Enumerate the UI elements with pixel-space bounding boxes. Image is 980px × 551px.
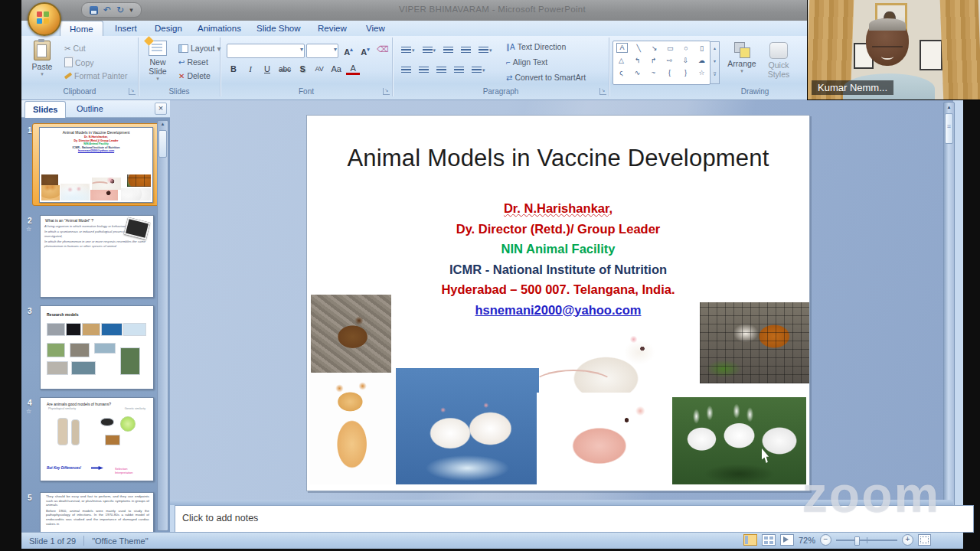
new-slide-dropdown-icon[interactable]: ▾: [142, 76, 174, 82]
clear-formatting-button[interactable]: ⌫: [375, 44, 390, 55]
reset-button[interactable]: ↩ Reset: [178, 57, 208, 67]
slide-4-thumbnail[interactable]: Are animals good models of humans? Physi…: [40, 397, 154, 481]
office-button[interactable]: [28, 2, 61, 36]
tab-view[interactable]: View: [357, 21, 394, 36]
gerbil-image[interactable]: [311, 295, 391, 376]
zoom-out-button[interactable]: −: [820, 534, 831, 546]
panel-tab-slides[interactable]: Slides: [24, 101, 66, 118]
slide-1-thumbnail[interactable]: Animal Models in Vaccine Development Dr.…: [39, 127, 153, 203]
tab-insert[interactable]: Insert: [106, 21, 146, 36]
shape-block-arrow-down-icon[interactable]: ⇩: [681, 55, 691, 66]
font-name-select[interactable]: [227, 44, 305, 58]
decrease-indent-button[interactable]: [441, 45, 456, 55]
shape-cloud-icon[interactable]: ☁: [697, 55, 707, 66]
scroll-thumb[interactable]: [945, 113, 953, 144]
notes-pane[interactable]: Click to add notes: [175, 505, 974, 533]
shape-left-brace-icon[interactable]: {: [665, 67, 675, 78]
line-spacing-button[interactable]: ▾: [476, 45, 495, 55]
paste-dropdown-icon[interactable]: ▾: [26, 71, 58, 77]
arrange-button[interactable]: Arrange ▾: [726, 42, 758, 74]
zoom-in-button[interactable]: +: [902, 534, 913, 546]
slide-canvas[interactable]: Animal Models in Vaccine Development Dr.…: [306, 115, 810, 491]
change-case-button[interactable]: Aa: [329, 64, 343, 75]
shape-oval-icon[interactable]: ○: [681, 43, 691, 54]
shape-wave-icon[interactable]: ~: [648, 67, 658, 78]
slide-2-thumbnail[interactable]: What is an "Animal Model" ? A living org…: [40, 215, 154, 298]
shape-scribble-icon[interactable]: ς: [616, 67, 626, 78]
tab-design[interactable]: Design: [145, 21, 191, 36]
shapes-gallery[interactable]: A ╲ ↘ ▭ ○ ▯ △ ↰ ↱ ⇨ ⇩ ☁ ς ∿: [612, 41, 710, 85]
save-icon[interactable]: [90, 6, 98, 15]
grow-font-button[interactable]: A: [341, 44, 355, 55]
slide-title[interactable]: Animal Models in Vaccine Development: [322, 145, 794, 172]
zoom-slider[interactable]: [836, 535, 897, 545]
shape-textbox-icon[interactable]: A: [616, 43, 628, 53]
slide-5-thumbnail[interactable]: They should be easy and fast to perform,…: [40, 492, 154, 533]
cut-button[interactable]: ✂ Cut: [64, 44, 86, 53]
hamster-image[interactable]: [309, 373, 398, 484]
guinea-pig-image[interactable]: [700, 302, 809, 383]
copy-button[interactable]: Copy: [64, 57, 94, 67]
tab-animations[interactable]: Animations: [188, 21, 250, 36]
shape-line-icon[interactable]: ╲: [634, 43, 644, 54]
zoom-level[interactable]: 72%: [799, 536, 815, 545]
text-shadow-button[interactable]: S: [296, 64, 309, 75]
shape-curve-icon[interactable]: ∿: [632, 67, 642, 78]
slide-1-thumbnail-selected[interactable]: Animal Models in Vaccine Development Dr.…: [32, 123, 160, 206]
shape-right-brace-icon[interactable]: }: [681, 67, 691, 78]
shape-arrow-icon[interactable]: ↘: [649, 43, 659, 54]
align-right-button[interactable]: [434, 65, 449, 75]
quick-styles-button[interactable]: Quick Styles: [763, 42, 795, 79]
shapes-gallery-scrollbar[interactable]: ▴▾⊽: [710, 41, 720, 84]
fit-slide-to-window-button[interactable]: [918, 534, 931, 546]
zoom-slider-thumb[interactable]: [854, 536, 860, 546]
rabbits-image[interactable]: [672, 397, 806, 484]
paste-button[interactable]: Paste ▾: [26, 41, 58, 77]
slide-sorter-view-button[interactable]: [762, 534, 776, 546]
strikethrough-button[interactable]: abc: [277, 64, 292, 75]
shape-block-arrow-right-icon[interactable]: ⇨: [665, 55, 675, 66]
slide-3-thumbnail[interactable]: Research models: [40, 305, 154, 390]
shape-rounded-rect-icon[interactable]: ▯: [697, 43, 707, 54]
columns-button[interactable]: ▾: [469, 65, 488, 75]
clipboard-dialog-launcher[interactable]: ↘: [129, 88, 136, 95]
vertical-scrollbar[interactable]: ▲ ▼ ▲▲ ▼▼: [943, 102, 955, 532]
slide-show-view-button[interactable]: [780, 534, 794, 546]
font-size-select[interactable]: [306, 44, 338, 58]
scroll-up-icon[interactable]: ▲: [944, 103, 954, 112]
white-mice-image[interactable]: [396, 368, 539, 484]
font-dialog-launcher[interactable]: ↘: [383, 88, 390, 95]
bullets-button[interactable]: ▾: [399, 45, 417, 55]
increase-indent-button[interactable]: [459, 45, 473, 55]
format-painter-button[interactable]: Format Painter: [64, 71, 127, 80]
align-left-button[interactable]: [399, 65, 413, 75]
character-spacing-button[interactable]: AV: [312, 64, 326, 75]
undo-icon[interactable]: ↶: [103, 5, 111, 15]
shape-triangle-icon[interactable]: △: [616, 55, 626, 66]
underline-button[interactable]: U: [260, 64, 274, 75]
text-direction-button[interactable]: ∥A Text Direction: [506, 42, 566, 51]
repeat-icon[interactable]: ↻: [116, 5, 124, 15]
tab-review[interactable]: Review: [309, 21, 356, 36]
panel-tab-outline[interactable]: Outline: [69, 101, 111, 117]
slides-panel-scrollbar[interactable]: ▲: [157, 120, 168, 531]
shape-rectangle-icon[interactable]: ▭: [665, 43, 675, 54]
numbering-button[interactable]: ▾: [420, 45, 439, 55]
notes-splitter[interactable]: [170, 500, 953, 505]
tab-slide-show[interactable]: Slide Show: [247, 21, 310, 36]
font-color-button[interactable]: A: [346, 64, 360, 75]
shape-star-icon[interactable]: ☆: [697, 67, 707, 78]
normal-view-button[interactable]: [743, 534, 757, 546]
shape-elbow-arrow-icon[interactable]: ↱: [648, 55, 658, 66]
new-slide-button[interactable]: New Slide ▾: [142, 41, 174, 82]
shape-elbow-icon[interactable]: ↰: [632, 55, 642, 66]
convert-to-smartart-button[interactable]: ⇄ Convert to SmartArt: [506, 73, 586, 82]
bold-button[interactable]: B: [227, 64, 240, 75]
justify-button[interactable]: [452, 65, 466, 75]
tab-home[interactable]: Home: [60, 21, 103, 37]
delete-button[interactable]: ✕ Delete: [178, 71, 211, 80]
align-center-button[interactable]: [416, 65, 431, 75]
layout-button[interactable]: Layout ▾: [178, 44, 221, 53]
nude-mouse-image[interactable]: [537, 393, 673, 484]
paragraph-dialog-launcher[interactable]: ↘: [599, 88, 606, 95]
